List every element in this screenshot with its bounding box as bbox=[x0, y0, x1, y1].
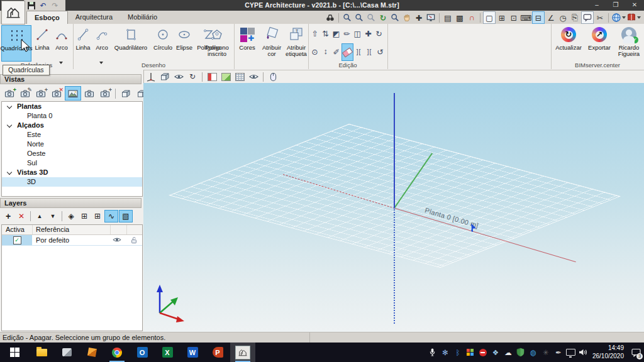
move-view-icon[interactable]: ✚ bbox=[413, 12, 425, 23]
poligono-inscrito-button[interactable]: Polígono inscrito bbox=[201, 25, 233, 57]
zoom-previous-icon[interactable] bbox=[365, 12, 377, 23]
dropbox-icon[interactable]: ❖ bbox=[489, 343, 502, 362]
atribuir-cor-button[interactable]: Atribuir cor bbox=[260, 25, 283, 57]
maximize-button[interactable]: ❐ bbox=[606, 0, 625, 11]
vistas-panel-header[interactable]: Vistas bbox=[0, 74, 142, 84]
snapshot-copy-icon[interactable]: + bbox=[97, 87, 113, 100]
help-book-icon[interactable] bbox=[626, 12, 641, 23]
colour-grid-icon[interactable] bbox=[464, 343, 477, 362]
taskbar-clock[interactable]: 14:49 26/10/2020 bbox=[592, 344, 624, 360]
network-monitor-icon[interactable] bbox=[565, 343, 577, 362]
taskbar-outlook[interactable]: O bbox=[130, 343, 155, 362]
move-up-icon[interactable]: ▲ bbox=[33, 211, 46, 222]
blue-circle-app-icon[interactable]: ◍ bbox=[527, 343, 540, 362]
taskbar-notes-app[interactable] bbox=[54, 343, 79, 362]
fit-layers-icon[interactable]: ◈ bbox=[65, 211, 77, 222]
snapshot-icon[interactable] bbox=[82, 87, 97, 100]
taskbar-cype-active[interactable] bbox=[230, 343, 255, 362]
split-dotted-icon[interactable]: ][ bbox=[364, 43, 375, 60]
add-layer-icon[interactable]: + bbox=[2, 211, 14, 222]
tree-group-vistas3d[interactable]: Vistas 3D bbox=[2, 168, 142, 177]
trim-icon[interactable]: ◩ bbox=[331, 25, 341, 41]
pen-key-icon[interactable]: ✒ bbox=[552, 343, 565, 362]
mouse-help-icon[interactable] bbox=[267, 71, 279, 82]
section-box-icon[interactable] bbox=[118, 87, 133, 100]
bluetooth-icon[interactable]: ᛒ bbox=[452, 343, 464, 362]
rotate-back-icon[interactable]: ↺ bbox=[375, 43, 386, 60]
dimension-ruler-icon[interactable]: ⊟ bbox=[532, 11, 545, 24]
pan-hand-icon[interactable] bbox=[401, 12, 413, 23]
clock-protractor-icon[interactable]: ◷ bbox=[557, 12, 569, 23]
panel-red-icon[interactable] bbox=[206, 71, 218, 82]
keyboard-input-icon[interactable]: ⌨ bbox=[520, 12, 531, 23]
do-not-disturb-icon[interactable] bbox=[477, 343, 489, 362]
cores-button[interactable]: ✚ Cores bbox=[236, 25, 258, 51]
intersect-icon[interactable]: ⊙ bbox=[309, 43, 320, 60]
pencil-edit-icon[interactable]: ✏ bbox=[341, 25, 352, 41]
microphone-icon[interactable] bbox=[426, 343, 439, 362]
atribuir-etiqueta-button[interactable]: T Atribuir etiqueta bbox=[284, 25, 308, 57]
tab-arquitectura[interactable]: Arquitectura bbox=[68, 11, 120, 24]
taskbar-file-explorer[interactable] bbox=[29, 343, 54, 362]
zoom-window-icon[interactable] bbox=[389, 12, 401, 23]
tab-mobiliario[interactable]: Mobiliário bbox=[120, 11, 165, 24]
elipse-button[interactable]: Elipse bbox=[174, 25, 195, 51]
taskbar-powerpoint[interactable]: P bbox=[205, 343, 230, 362]
perspective-view-icon[interactable] bbox=[65, 86, 81, 101]
redraw-icon[interactable]: ↻ bbox=[377, 12, 389, 23]
fan-icon[interactable]: ✳ bbox=[540, 343, 552, 362]
rotate-icon[interactable]: ↻ bbox=[374, 25, 384, 41]
tree-item-3d-selected[interactable]: 3D bbox=[2, 177, 142, 187]
send-to-screen-icon[interactable] bbox=[425, 12, 436, 23]
actualizar-button[interactable]: ↻ Actualizar bbox=[553, 25, 584, 51]
stretch-icon[interactable]: ↕ bbox=[320, 43, 331, 60]
tree-item-oeste[interactable]: Oeste bbox=[2, 149, 142, 158]
taskbar-excel[interactable]: X bbox=[155, 343, 180, 362]
snap-point-icon[interactable]: ⊡ bbox=[508, 12, 519, 23]
curve-mode-icon[interactable]: ∿ bbox=[104, 210, 118, 222]
copy-view-icon[interactable]: + bbox=[33, 87, 48, 100]
onedrive-cloud-icon[interactable]: ☁ bbox=[502, 343, 514, 362]
zoom-extents-icon[interactable] bbox=[353, 12, 365, 23]
circulo-button[interactable]: Círculo bbox=[151, 25, 175, 51]
clipboard-icon[interactable]: ⎘ bbox=[569, 12, 580, 23]
cube-view-icon[interactable] bbox=[158, 71, 171, 82]
selection-rectangle-icon[interactable]: ▢ bbox=[483, 11, 496, 24]
close-button[interactable]: ✕ bbox=[625, 0, 644, 11]
visibility-eye-icon[interactable] bbox=[113, 237, 121, 243]
grid-toggle-icon[interactable]: ⊞ bbox=[496, 12, 508, 23]
panel-grid-icon[interactable] bbox=[233, 71, 246, 82]
comment-bubble-icon[interactable] bbox=[581, 11, 594, 24]
desenho-arco-button[interactable]: Arco bbox=[93, 25, 111, 51]
angle-icon[interactable]: ∠ bbox=[545, 12, 557, 23]
search-binoculars-icon[interactable] bbox=[325, 12, 336, 23]
undo-button[interactable]: ↶ bbox=[38, 1, 48, 10]
tree-item-norte[interactable]: Norte bbox=[2, 140, 142, 149]
visibility-eye-icon[interactable] bbox=[247, 71, 260, 82]
zoom-select-icon[interactable] bbox=[341, 12, 353, 23]
qr-code-icon[interactable]: ▩ bbox=[454, 12, 465, 23]
defender-shield-icon[interactable] bbox=[514, 343, 527, 362]
speaker-icon[interactable] bbox=[577, 343, 590, 362]
desenho-linha-button[interactable]: Linha bbox=[74, 25, 92, 51]
lock-open-icon[interactable] bbox=[130, 236, 138, 244]
checkbox-checked[interactable]: ✓ bbox=[13, 236, 21, 244]
minimize-button[interactable]: – bbox=[587, 0, 606, 11]
move-down-icon[interactable]: ▼ bbox=[47, 211, 59, 222]
app-menu-button[interactable] bbox=[1, 1, 25, 25]
edit-view-icon[interactable]: ✎ bbox=[18, 87, 33, 100]
axes-icon[interactable] bbox=[145, 71, 157, 82]
viewport-3d[interactable]: Planta 0 [0.00 m] bbox=[143, 83, 644, 332]
move-icon[interactable]: ✚ bbox=[363, 25, 374, 41]
orbit-eye-icon[interactable] bbox=[172, 71, 185, 82]
plumb-line-icon[interactable]: ⇅ bbox=[320, 25, 331, 41]
cut-scissors-icon[interactable]: ✂ bbox=[594, 12, 606, 23]
grid-layers-2-icon[interactable]: ⊞ bbox=[91, 211, 104, 222]
layers-panel-header[interactable]: Layers bbox=[0, 198, 142, 208]
grid-layers-icon[interactable]: ⊞ bbox=[78, 211, 91, 222]
copy-array-icon[interactable]: ◫ bbox=[352, 25, 363, 41]
user-account-button[interactable]: ✓ Ricardo Figueira bbox=[615, 25, 643, 57]
panel-green-icon[interactable] bbox=[219, 71, 232, 82]
redo-button[interactable]: ↷ bbox=[50, 1, 60, 10]
tab-esboco[interactable]: Esboço bbox=[26, 11, 68, 24]
